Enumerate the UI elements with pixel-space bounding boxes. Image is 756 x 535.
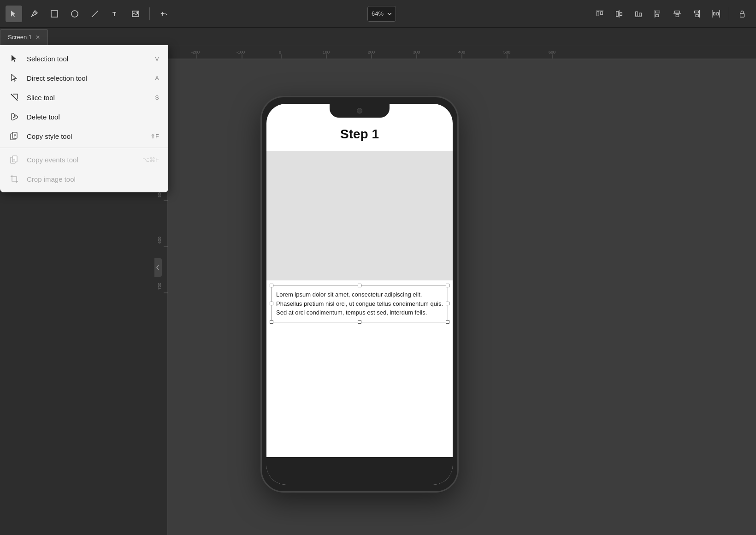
phone-notch bbox=[330, 104, 390, 118]
rectangle-tool-button[interactable] bbox=[46, 6, 63, 22]
svg-text:200: 200 bbox=[368, 50, 375, 54]
tab-bar: Screen 1 ✕ bbox=[0, 28, 756, 45]
copy-events-icon bbox=[9, 155, 19, 165]
align-center-v-button[interactable] bbox=[669, 6, 685, 22]
pen-tool-button[interactable] bbox=[26, 6, 42, 22]
svg-rect-16 bbox=[656, 11, 660, 13]
svg-rect-11 bbox=[620, 12, 622, 15]
menu-item-copy-events[interactable]: Copy events tool ⌥⌘F bbox=[0, 150, 168, 169]
ellipse-tool-button[interactable] bbox=[66, 6, 83, 22]
top-toolbar: T + 64% bbox=[0, 0, 756, 28]
svg-text:-100: -100 bbox=[236, 50, 245, 54]
svg-text:300: 300 bbox=[413, 50, 420, 54]
svg-rect-29 bbox=[740, 13, 744, 17]
align-left-button[interactable] bbox=[650, 6, 666, 22]
menu-item-crop-image[interactable]: Crop image tool bbox=[0, 169, 168, 189]
svg-text:400: 400 bbox=[458, 50, 465, 54]
lock-button[interactable] bbox=[734, 6, 750, 22]
add-tool-button[interactable]: + bbox=[155, 6, 172, 22]
menu-item-copy-style[interactable]: Copy style tool ⇧F bbox=[0, 126, 168, 146]
canvas-content: Step 1 Lorem ipsum dolor sit bbox=[168, 59, 756, 535]
selection-handle-tl bbox=[270, 284, 273, 287]
notch-camera bbox=[357, 108, 362, 113]
svg-text:-200: -200 bbox=[191, 50, 200, 54]
step-title: Step 1 bbox=[276, 127, 443, 142]
context-menu: Selection tool V Direct selection tool A… bbox=[0, 45, 168, 192]
slice-tool-icon bbox=[9, 92, 19, 102]
svg-rect-14 bbox=[639, 13, 642, 16]
selection-tool-label: Selection tool bbox=[27, 55, 148, 63]
phone-bottom-bar bbox=[266, 457, 453, 485]
copy-events-shortcut: ⌥⌘F bbox=[142, 156, 159, 163]
selection-handle-tm bbox=[358, 284, 361, 287]
svg-rect-0 bbox=[51, 11, 58, 17]
text-block-selected[interactable]: Lorem ipsum dolor sit amet, consectetur … bbox=[271, 285, 448, 322]
phone-content: Step 1 Lorem ipsum dolor sit bbox=[266, 118, 453, 485]
align-center-h-button[interactable] bbox=[611, 6, 627, 22]
step-header: Step 1 bbox=[266, 118, 453, 151]
toolbar-separator-1 bbox=[149, 7, 150, 20]
svg-rect-8 bbox=[601, 12, 603, 14]
menu-item-direct-selection[interactable]: Direct selection tool A bbox=[0, 68, 168, 88]
tab-screen1-close[interactable]: ✕ bbox=[35, 34, 40, 41]
svg-text:600: 600 bbox=[157, 237, 162, 244]
distribute-button[interactable] bbox=[708, 6, 724, 22]
direct-selection-tool-icon bbox=[9, 73, 19, 83]
svg-text:500: 500 bbox=[503, 50, 510, 54]
phone-screen: Step 1 Lorem ipsum dolor sit bbox=[266, 104, 453, 485]
svg-rect-13 bbox=[636, 12, 638, 16]
zoom-value: 64% bbox=[372, 10, 384, 17]
svg-rect-7 bbox=[597, 12, 599, 16]
ruler-horizontal: -200 -100 0 100 200 300 400 500 600 bbox=[168, 45, 756, 59]
svg-text:600: 600 bbox=[549, 50, 555, 54]
selection-handle-br bbox=[446, 320, 449, 324]
svg-rect-10 bbox=[616, 11, 619, 16]
menu-divider bbox=[0, 148, 168, 148]
direct-selection-label: Direct selection tool bbox=[27, 74, 148, 82]
canvas-area: -200 -100 0 100 200 300 400 500 600 300 … bbox=[154, 45, 756, 535]
select-tool-button[interactable] bbox=[6, 6, 22, 22]
text-tool-button[interactable]: T bbox=[107, 6, 124, 22]
svg-rect-17 bbox=[656, 14, 659, 17]
line-tool-button[interactable] bbox=[87, 6, 103, 22]
slice-tool-label: Slice tool bbox=[27, 94, 148, 101]
right-toolbar bbox=[591, 6, 750, 22]
tab-screen1[interactable]: Screen 1 ✕ bbox=[0, 29, 48, 45]
svg-rect-26 bbox=[717, 12, 719, 15]
copy-events-label: Copy events tool bbox=[27, 156, 135, 164]
menu-item-delete-tool[interactable]: Delete tool bbox=[0, 107, 168, 126]
selection-handle-bm bbox=[358, 320, 361, 324]
selection-handle-ml bbox=[270, 302, 273, 305]
copy-style-shortcut: ⇧F bbox=[150, 133, 159, 140]
zoom-selector[interactable]: 64% bbox=[367, 6, 396, 22]
menu-item-slice-tool[interactable]: Slice tool S bbox=[0, 88, 168, 107]
crop-image-label: Crop image tool bbox=[27, 175, 152, 183]
svg-rect-25 bbox=[714, 12, 715, 15]
svg-text:0: 0 bbox=[279, 50, 281, 54]
ruler-h-svg: -200 -100 0 100 200 300 400 500 600 bbox=[168, 45, 756, 59]
svg-rect-78 bbox=[12, 177, 17, 181]
selection-tool-icon bbox=[9, 54, 19, 64]
align-bottom-button[interactable] bbox=[630, 6, 647, 22]
svg-text:100: 100 bbox=[323, 50, 330, 54]
svg-point-5 bbox=[136, 12, 138, 13]
svg-rect-77 bbox=[12, 156, 17, 162]
menu-item-selection-tool[interactable]: Selection tool V bbox=[0, 49, 168, 68]
svg-point-1 bbox=[71, 11, 78, 17]
align-top-button[interactable] bbox=[591, 6, 608, 22]
panel-collapse-handle[interactable] bbox=[154, 258, 162, 277]
svg-line-2 bbox=[92, 11, 98, 17]
svg-text:+: + bbox=[160, 10, 165, 18]
phone-mockup: Step 1 Lorem ipsum dolor sit bbox=[260, 96, 459, 493]
svg-rect-23 bbox=[696, 14, 698, 17]
tab-screen1-label: Screen 1 bbox=[8, 34, 32, 41]
align-right-button[interactable] bbox=[688, 6, 705, 22]
svg-rect-19 bbox=[675, 11, 680, 13]
image-tool-button[interactable] bbox=[127, 6, 144, 22]
delete-tool-icon bbox=[9, 112, 19, 122]
selection-handle-tr bbox=[446, 284, 449, 287]
lorem-text-content: Lorem ipsum dolor sit amet, consectetur … bbox=[276, 291, 443, 316]
delete-tool-label: Delete tool bbox=[27, 113, 152, 121]
selection-handle-mr bbox=[446, 302, 449, 305]
direct-selection-shortcut: A bbox=[155, 75, 159, 82]
